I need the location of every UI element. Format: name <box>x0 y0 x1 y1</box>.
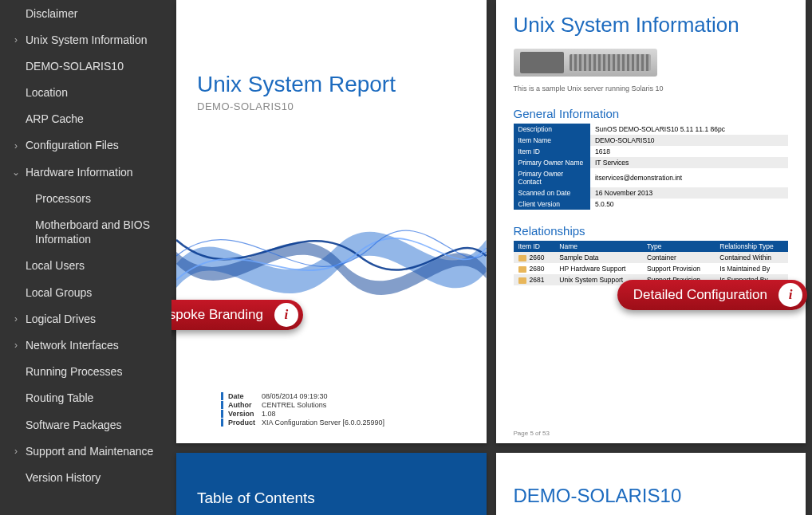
sidebar-item-logical-drives[interactable]: ›Logical Drives <box>0 305 171 332</box>
sidebar-item-demo-solaris10[interactable]: DEMO-SOLARIS10 <box>0 53 171 79</box>
info-icon: i <box>778 283 802 307</box>
meta-key: Date <box>228 392 262 400</box>
left-column: Unix System Report DEMO-SOLARIS10 Date08… <box>176 0 487 515</box>
table-row: 2660Sample DataContainerContained Within <box>514 252 789 263</box>
meta-key: Author <box>228 401 262 409</box>
sidebar-item-label: ARP Cache <box>26 112 165 126</box>
sidebar-item-routing-table[interactable]: Routing Table <box>0 385 171 411</box>
rel-name: HP Hardware Support <box>554 263 642 274</box>
sidebar-item-local-users[interactable]: Local Users <box>0 253 171 279</box>
info-value: 1618 <box>590 146 788 157</box>
meta-row: ProductXIA Configuration Server [6.0.0.2… <box>221 419 466 427</box>
meta-row: Version1.08 <box>221 410 466 418</box>
rel-relationship: Is Maintained By <box>715 263 788 274</box>
sidebar-item-label: Processors <box>35 191 165 206</box>
info-key: Primary Owner Contact <box>514 168 590 187</box>
sidebar-item-arp-cache[interactable]: ARP Cache <box>0 106 171 132</box>
sidebar-item-software-packages[interactable]: Software Packages <box>0 411 171 438</box>
sidebar-item-local-groups[interactable]: Local Groups <box>0 279 171 305</box>
info-key: Client Version <box>514 199 590 210</box>
sidebar-nav: Disclaimer›Unix System InformationDEMO-S… <box>0 0 171 515</box>
sidebar-item-label: Version History <box>26 470 165 485</box>
sidebar-item-network-interfaces[interactable]: ›Network Interfaces <box>0 332 171 358</box>
toc-title: Table of Contents <box>197 489 315 507</box>
report-meta: Date08/05/2014 09:19:30AuthorCENTREL Sol… <box>221 391 466 427</box>
sidebar-item-version-history[interactable]: Version History <box>0 464 171 490</box>
info-key: Scanned on Date <box>514 187 590 199</box>
sidebar-item-label: Routing Table <box>26 391 165 405</box>
sidebar-item-processors[interactable]: Processors <box>0 185 171 211</box>
sidebar-item-label: Support and Maintenance <box>26 444 165 458</box>
page-demo: DEMO-SOLARIS10 <box>496 453 806 515</box>
info-value: SunOS DEMO-SOLARIS10 5.11 11.1 86pc <box>590 124 788 135</box>
page-title-sheet: Unix System Report DEMO-SOLARIS10 Date08… <box>176 0 487 443</box>
sysinfo-title: Unix System Information <box>514 13 789 37</box>
general-info-table: DescriptionSunOS DEMO-SOLARIS10 5.11 11.… <box>514 124 789 210</box>
folder-icon <box>518 266 526 273</box>
sidebar-item-label: Unix System Information <box>26 33 165 47</box>
sidebar-item-label: Motherboard and BIOS Information <box>35 218 165 246</box>
chevron-right-icon: › <box>10 446 22 457</box>
rel-id: 2680 <box>514 263 555 274</box>
page-system-info: Unix System Information This is a sample… <box>496 0 806 443</box>
info-value: 16 November 2013 <box>590 187 788 199</box>
callout-label: Detailed Configuration <box>633 287 767 303</box>
demo-title: DEMO-SOLARIS10 <box>514 485 789 507</box>
sidebar-item-label: Local Users <box>26 258 165 273</box>
table-header: Relationship Type <box>715 241 788 252</box>
sidebar-item-label: DEMO-SOLARIS10 <box>26 59 165 73</box>
sidebar-item-label: Location <box>26 85 165 100</box>
info-key: Item Name <box>514 135 590 146</box>
table-row: Item ID1618 <box>514 146 789 157</box>
callout-label: Bespoke Branding <box>171 307 263 323</box>
meta-value: XIA Configuration Server [6.0.0.25990] <box>262 419 384 427</box>
callout-detailed-configuration[interactable]: Detailed Configuration i <box>617 280 807 310</box>
sidebar-item-unix-system-information[interactable]: ›Unix System Information <box>0 26 171 53</box>
sidebar-item-label: Network Interfaces <box>26 338 165 352</box>
sidebar-item-hardware-information[interactable]: ⌄Hardware Information <box>0 159 171 185</box>
info-value: itservices@demonstration.int <box>590 168 788 187</box>
meta-value: 1.08 <box>262 410 276 418</box>
folder-icon <box>518 255 526 261</box>
sidebar-item-label: Software Packages <box>26 418 165 432</box>
info-key: Item ID <box>514 146 590 157</box>
folder-icon <box>518 277 526 284</box>
chevron-right-icon: › <box>10 340 22 351</box>
rel-type: Support Provision <box>642 263 715 274</box>
sidebar-item-disclaimer[interactable]: Disclaimer <box>0 0 171 26</box>
rel-type: Container <box>642 252 715 263</box>
meta-key: Product <box>228 419 262 427</box>
table-row: Primary Owner Contactitservices@demonstr… <box>514 168 789 187</box>
sidebar-item-location[interactable]: Location <box>0 80 171 106</box>
table-row: DescriptionSunOS DEMO-SOLARIS10 5.11 11.… <box>514 124 789 135</box>
sidebar-item-support-and-maintenance[interactable]: ›Support and Maintenance <box>0 438 171 464</box>
table-row: Client Version5.0.50 <box>514 199 789 210</box>
callout-bespoke-branding[interactable]: Bespoke Branding i <box>171 300 303 330</box>
meta-value: 08/05/2014 09:19:30 <box>262 392 328 400</box>
sidebar-item-label: Local Groups <box>26 285 165 300</box>
general-info-title: General Information <box>514 107 789 120</box>
meta-row: AuthorCENTREL Solutions <box>221 401 466 409</box>
sidebar-item-running-processes[interactable]: Running Processes <box>0 359 171 385</box>
chevron-right-icon: › <box>10 140 22 151</box>
server-image <box>514 49 657 77</box>
meta-key: Version <box>228 410 262 418</box>
report-title: Unix System Report <box>197 72 466 97</box>
sysinfo-desc: This is a sample Unix server running Sol… <box>514 85 789 92</box>
table-header: Name <box>554 241 642 252</box>
sidebar-item-label: Running Processes <box>26 364 165 379</box>
sidebar-item-motherboard-and-bios-information[interactable]: Motherboard and BIOS Information <box>0 212 171 253</box>
sidebar-item-label: Logical Drives <box>26 312 165 326</box>
chevron-right-icon: › <box>10 313 22 324</box>
table-row: Primary Owner NameIT Services <box>514 157 789 168</box>
info-value: DEMO-SOLARIS10 <box>590 135 788 146</box>
table-row: Item NameDEMO-SOLARIS10 <box>514 135 789 146</box>
table-header: Type <box>642 241 715 252</box>
meta-row: Date08/05/2014 09:19:30 <box>221 392 466 400</box>
sidebar-item-configuration-files[interactable]: ›Configuration Files <box>0 132 171 159</box>
table-header: Item ID <box>514 241 555 252</box>
sidebar-item-label: Configuration Files <box>26 138 165 152</box>
right-column: Unix System Information This is a sample… <box>496 0 806 515</box>
info-value: IT Services <box>590 157 788 168</box>
report-subtitle: DEMO-SOLARIS10 <box>197 100 466 112</box>
